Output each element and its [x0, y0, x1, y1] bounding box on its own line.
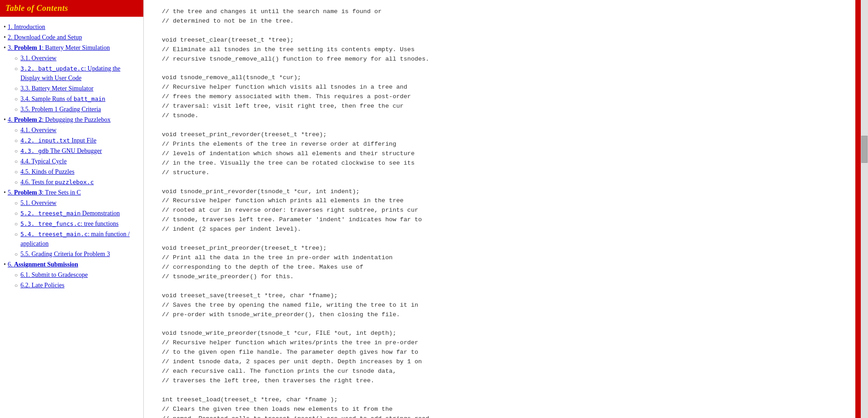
- toc-item-1: • 1. Introduction: [4, 22, 140, 32]
- code-line: [162, 319, 844, 329]
- toc-link-5-1[interactable]: 5.1. Overview: [20, 198, 57, 208]
- code-line: // indent (2 spaces per indent level).: [162, 225, 844, 234]
- toc-sub-3-2: ○ 3.2. batt_update.c: Updating the Displ…: [14, 64, 140, 83]
- toc-link-3[interactable]: 3. Problem 1: Battery Meter Simulation: [8, 43, 110, 52]
- toc-sub-4-1: ○ 4.1. Overview: [14, 125, 140, 135]
- toc-link-4-5[interactable]: 4.5. Kinds of Puzzles: [20, 167, 74, 176]
- toc-link-3-1[interactable]: 3.1. Overview: [20, 53, 57, 63]
- code-line: // each recursive call. The function pri…: [162, 367, 844, 376]
- toc-sub-5-1: ○ 5.1. Overview: [14, 198, 140, 208]
- code-line: // structure.: [162, 168, 844, 178]
- toc-sub-4-4: ○ 4.4. Typical Cycle: [14, 157, 140, 166]
- code-line: int treeset_load(treeset_t *tree, char *…: [162, 395, 844, 405]
- toc-prefix-4: 4.: [8, 116, 14, 123]
- toc-sub-4-5: ○ 4.5. Kinds of Puzzles: [14, 167, 140, 176]
- code-line: // tsnode, traverses left tree. Paramete…: [162, 215, 844, 225]
- toc-prefix-5: 5.: [8, 189, 14, 196]
- code-line: void tsnode_write_preorder(tsnode_t *cur…: [162, 329, 844, 338]
- code-line: // indent tsnode data, 2 spaces per unit…: [162, 357, 844, 367]
- code-line: [162, 386, 844, 395]
- bullet-5: •: [4, 188, 6, 197]
- toc-link-6-2[interactable]: 6.2. Late Policies: [20, 280, 64, 290]
- code-line: // Recursive helper function which print…: [162, 196, 844, 206]
- code-line: [162, 178, 844, 187]
- toc-sub-6-1: ○ 6.1. Submit to Gradescope: [14, 270, 140, 280]
- toc-sublist-4: ○ 4.1. Overview ○ 4.2. input.txt Input F…: [4, 125, 140, 187]
- code-line: // tsnode_write_preorder() for this.: [162, 272, 844, 282]
- code-line: // levels of indentation which shows all…: [162, 149, 844, 159]
- toc-item-6: • 6. Assignment Submission ○ 6.1. Submit…: [4, 260, 140, 290]
- code-line: // recursive tsnode_remove_all() functio…: [162, 55, 844, 64]
- toc-sub-4-2: ○ 4.2. input.txt Input File: [14, 136, 140, 145]
- code-line: void treeset_save(treeset_t *tree, char …: [162, 291, 844, 301]
- toc-suffix-3: : Battery Meter Simulation: [42, 44, 109, 51]
- toc-link-4[interactable]: 4. Problem 2: Debugging the Puzzlebox: [8, 115, 111, 124]
- toc-bold-4: Problem 2: [14, 116, 42, 123]
- code-line: // to the given open file handle. The pa…: [162, 348, 844, 357]
- code-line: // tsnode.: [162, 111, 844, 121]
- toc-bold-3: Problem 1: [14, 44, 42, 51]
- toc-sublist-3: ○ 3.1. Overview ○ 3.2. batt_update.c: Up…: [4, 53, 140, 114]
- code-line: // Prints the elements of the tree in re…: [162, 140, 844, 149]
- toc-item-4: • 4. Problem 2: Debugging the Puzzlebox …: [4, 115, 140, 187]
- code-line: // Recursive helper function which write…: [162, 338, 844, 348]
- toc-link-3-3[interactable]: 3.3. Battery Meter Simulator: [20, 84, 93, 93]
- toc-sub-3-3: ○ 3.3. Battery Meter Simulator: [14, 84, 140, 93]
- toc-link-5-2[interactable]: 5.2. treeset_main Demonstration: [20, 209, 120, 218]
- code-line: void tsnode_print_revorder(tsnode_t *cur…: [162, 187, 844, 197]
- main-content: // the tree and changes it until the sea…: [144, 0, 855, 418]
- right-border-accent: [855, 0, 861, 418]
- toc-link-5-3[interactable]: 5.3. tree_funcs.c: tree functions: [20, 219, 118, 228]
- bullet-3: •: [4, 43, 6, 52]
- toc-link-4-4[interactable]: 4.4. Typical Cycle: [20, 157, 66, 166]
- toc-suffix-5: : Tree Sets in C: [42, 189, 80, 196]
- code-line: void treeset_print_revorder(treeset_t *t…: [162, 130, 844, 140]
- toc-item-2: • 2. Download Code and Setup: [4, 33, 140, 42]
- code-line: [162, 121, 844, 130]
- toc-link-4-2[interactable]: 4.2. input.txt Input File: [20, 136, 96, 145]
- toc-title: Table of Contents: [5, 4, 68, 13]
- toc-link-4-1[interactable]: 4.1. Overview: [20, 125, 57, 135]
- code-line: // corresponding to the depth of the tre…: [162, 263, 844, 272]
- toc-label-1: 1. Introduction: [8, 24, 45, 30]
- toc-sub-3-4: ○ 3.4. Sample Runs of batt_main: [14, 94, 140, 104]
- toc-sub-3-1: ○ 3.1. Overview: [14, 53, 140, 63]
- code-line: // Clears the given tree then loads new …: [162, 405, 844, 414]
- toc-prefix-6: 6.: [8, 261, 14, 268]
- toc-sub-6-2: ○ 6.2. Late Policies: [14, 280, 140, 290]
- code-line: [162, 234, 844, 244]
- code-line: [162, 26, 844, 36]
- toc-item-5: • 5. Problem 3: Tree Sets in C ○ 5.1. Ov…: [4, 188, 140, 259]
- toc-link-4-6[interactable]: 4.6. Tests for puzzlebox.c: [20, 177, 94, 187]
- code-line: // the tree and changes it until the sea…: [162, 7, 844, 17]
- sidebar: Table of Contents • 1. Introduction • 2.…: [0, 0, 144, 418]
- bullet-6: •: [4, 260, 6, 269]
- toc-link-3-5[interactable]: 3.5. Problem 1 Grading Criteria: [20, 104, 101, 114]
- code-block: // the tree and changes it until the sea…: [162, 7, 844, 418]
- toc-link-6-1[interactable]: 6.1. Submit to Gradescope: [20, 270, 88, 280]
- code-line: // named. Repeated calls to treeset_inse…: [162, 414, 844, 418]
- code-line: void tsnode_remove_all(tsnode_t *cur);: [162, 73, 844, 83]
- code-line: [162, 282, 844, 291]
- code-line: // traversal: visit left tree, visit rig…: [162, 102, 844, 111]
- code-line: [162, 64, 844, 74]
- toc-sub-5-5: ○ 5.5. Grading Criteria for Problem 3: [14, 249, 140, 259]
- toc-link-3-2[interactable]: 3.2. batt_update.c: Updating the Display…: [20, 64, 140, 83]
- toc-link-4-3[interactable]: 4.3. gdb The GNU Debugger: [20, 146, 102, 156]
- toc-link-2[interactable]: 2. Download Code and Setup: [8, 33, 82, 42]
- toc-sub-4-3: ○ 4.3. gdb The GNU Debugger: [14, 146, 140, 156]
- toc-link-5-4[interactable]: 5.4. treeset_main.c: main function / app…: [20, 229, 140, 248]
- toc-sub-5-2: ○ 5.2. treeset_main Demonstration: [14, 209, 140, 218]
- toc-item-3: • 3. Problem 1: Battery Meter Simulation…: [4, 43, 140, 114]
- toc-link-5-5[interactable]: 5.5. Grading Criteria for Problem 3: [20, 249, 110, 259]
- toc-list: • 1. Introduction • 2. Download Code and…: [0, 17, 143, 295]
- code-line: // in the tree. Visually the tree can be…: [162, 159, 844, 168]
- toc-link-5[interactable]: 5. Problem 3: Tree Sets in C: [8, 188, 81, 197]
- scrollbar-area[interactable]: [861, 0, 868, 418]
- scrollbar-thumb[interactable]: [861, 136, 868, 163]
- toc-link-6[interactable]: 6. Assignment Submission: [8, 260, 78, 269]
- toc-header: Table of Contents: [0, 0, 143, 17]
- toc-link-1[interactable]: 1. Introduction: [8, 22, 45, 32]
- toc-link-3-4[interactable]: 3.4. Sample Runs of batt_main: [20, 94, 105, 104]
- code-line: // Saves the tree by opening the named f…: [162, 301, 844, 310]
